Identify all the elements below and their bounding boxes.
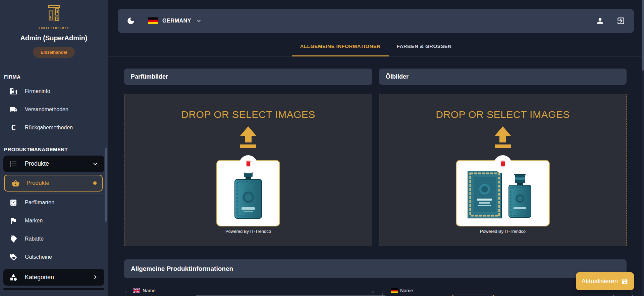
update-button[interactable]: Aktualisieren	[576, 272, 634, 290]
dropzone-title: DROP OR SELECT IMAGES	[181, 109, 315, 120]
role-badge: Einzelhandel	[33, 47, 75, 58]
update-button-label: Aktualisieren	[582, 278, 618, 285]
sidebar-group-kategorien[interactable]: Kategorien	[3, 269, 104, 286]
sidebar-group-label: Produkte	[25, 160, 84, 167]
sidebar-item-rueckgabemethoden[interactable]: € Rückgabemethoden	[0, 119, 108, 137]
sidebar-item-versandmethoden[interactable]: Versandmethoden	[0, 100, 108, 119]
chevron-right-icon	[92, 273, 99, 281]
uk-flag	[133, 288, 140, 293]
loyalty-tag-icon	[9, 253, 17, 261]
perfume-images-header: Parfümbilder	[124, 69, 372, 85]
logout-icon[interactable]	[616, 16, 625, 25]
sidebar-item-marken[interactable]: Marken	[0, 212, 108, 230]
name-input-de[interactable]	[382, 291, 633, 296]
category-shapes-icon	[9, 273, 17, 281]
perfume-images-dropzone[interactable]: DROP OR SELECT IMAGES Powered By IT-Tren…	[124, 94, 372, 246]
sidebar: DUBAI PERFUMES Admin (SuperAdmin) Einzel…	[0, 0, 108, 296]
logo-wordmark: DUBAI PERFUMES	[0, 27, 108, 29]
truck-icon	[9, 105, 17, 114]
discount-tag-icon	[9, 235, 17, 243]
upload-icon	[237, 126, 259, 149]
basket-icon	[11, 179, 20, 187]
sidebar-group-produkte[interactable]: Produkte	[3, 156, 104, 172]
sidebar-item-parfuemarten[interactable]: Parfümarten	[0, 194, 108, 212]
powered-by-text: Powered By IT-Trendco	[480, 229, 526, 234]
sidebar-item-rabatte[interactable]: Rabatte	[0, 230, 108, 248]
delete-button[interactable]	[239, 155, 257, 173]
trash-icon	[245, 160, 252, 167]
name-label-en: Name	[131, 287, 158, 294]
sidebar-item-firmeninfo[interactable]: Firmeninfo	[0, 82, 108, 100]
sidebar-item-label: Parfümarten	[25, 200, 54, 206]
save-icon	[621, 278, 628, 285]
chevron-down-icon	[196, 17, 202, 24]
dubai-perfumes-logo-icon	[44, 5, 64, 26]
perfume-bottle-image	[228, 166, 268, 221]
perfume-image-thumbnail	[216, 160, 280, 226]
company-building-icon	[9, 87, 17, 95]
sidebar-item-label: Gutscheine	[25, 254, 52, 260]
sidebar-item-label: Versandmethoden	[25, 107, 68, 113]
tab-bar: ALLGEMEINE INFORMATIONEN FARBEN & GRÖSSE…	[108, 36, 644, 56]
dice-icon	[9, 199, 17, 207]
perfume-box-and-bottle-image	[465, 166, 541, 221]
name-label-de: Name	[388, 287, 416, 294]
clipped-input-fragment	[452, 295, 494, 296]
active-dot	[93, 181, 97, 185]
sidebar-scrollbar-thumb[interactable]	[105, 148, 107, 222]
language-selector[interactable]: GERMANY	[148, 17, 202, 24]
tab-farben-groessen[interactable]: FARBEN & GRÖSSEN	[389, 36, 460, 56]
moon-icon[interactable]	[126, 16, 135, 25]
delete-button[interactable]	[494, 155, 512, 173]
collapsed-item-edge	[3, 288, 104, 290]
oil-image-thumbnail	[456, 160, 550, 226]
sidebar-item-gutscheine[interactable]: Gutscheine	[0, 248, 108, 266]
sidebar-item-label: Firmeninfo	[25, 88, 50, 94]
admin-name: Admin (SuperAdmin)	[0, 34, 108, 42]
clipped-input-fragment	[613, 295, 633, 296]
sidebar-group-label: Kategorien	[25, 274, 84, 281]
product-info-header: Allgemeine Produktinformationen	[124, 259, 627, 278]
germany-flag	[148, 17, 158, 24]
app-logo: DUBAI PERFUMES	[0, 5, 108, 29]
germany-flag	[391, 288, 398, 293]
euro-icon: €	[9, 123, 17, 132]
language-label: GERMANY	[162, 18, 191, 24]
topbar: GERMANY	[118, 9, 634, 33]
list-icon	[9, 160, 17, 168]
trash-icon	[499, 160, 507, 167]
upload-icon	[492, 126, 514, 149]
dropzone-title: DROP OR SELECT IMAGES	[436, 109, 570, 120]
powered-by-text: Powered By IT-Trendco	[225, 229, 271, 234]
sidebar-item-label: Produkte	[26, 180, 87, 186]
sidebar-item-label: Rabatte	[25, 236, 44, 242]
tab-allgemeine-informationen[interactable]: ALLGEMEINE INFORMATIONEN	[292, 36, 389, 56]
oil-images-dropzone[interactable]: DROP OR SELECT IMAGES	[379, 94, 627, 246]
oil-images-header: Ölbilder	[379, 69, 627, 85]
sidebar-item-label: Rückgabemethoden	[25, 125, 73, 131]
sidebar-item-produkte-active[interactable]: Produkte	[4, 175, 103, 192]
person-icon[interactable]	[596, 16, 604, 25]
page-scrollbar-thumb[interactable]	[642, 0, 644, 71]
chevron-down-icon	[92, 160, 99, 168]
sidebar-item-label: Marken	[25, 218, 43, 224]
section-label-firma: FIRMA	[4, 74, 21, 80]
section-label-produktmanagement: PRODUKTMANAGEMENT	[4, 146, 68, 152]
flag-icon	[9, 217, 17, 225]
